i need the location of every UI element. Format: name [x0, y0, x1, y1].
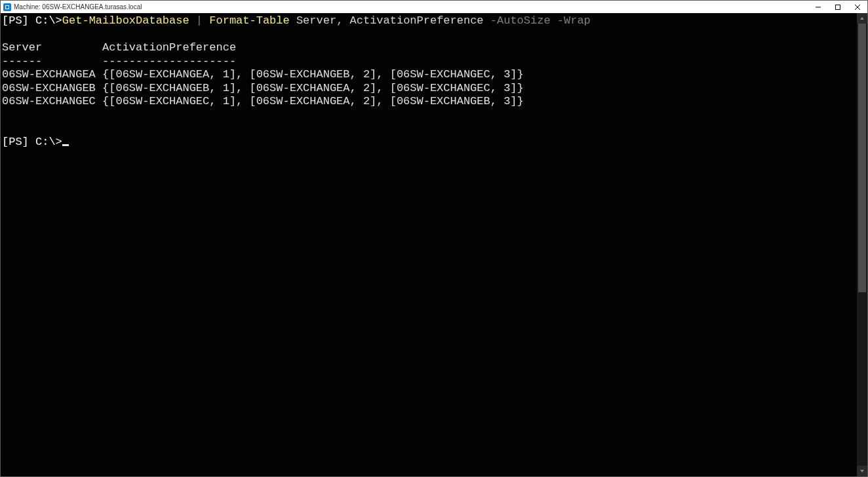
row-actpref: {[06SW-EXCHANGEA, 1], [06SW-EXCHANGEB, 2… [102, 68, 524, 81]
param-sep: , [336, 14, 349, 27]
param-server: Server [296, 14, 336, 27]
blank-line [2, 28, 857, 42]
header-actpref: ActivationPreference [102, 41, 236, 54]
titlebar[interactable]: Machine: 06SW-EXCHANGEA.turasas.local [1, 1, 867, 13]
output-row: 06SW-EXCHANGEB {[06SW-EXCHANGEB, 1], [06… [2, 82, 857, 96]
terminal[interactable]: [PS] C:\>Get-MailboxDatabase | Format-Ta… [1, 13, 857, 476]
space-before-sw [484, 14, 490, 27]
vertical-scrollbar[interactable] [857, 13, 867, 476]
app-window: Machine: 06SW-EXCHANGEA.turasas.local [P… [0, 0, 868, 477]
switch-wrap: -Wrap [557, 14, 591, 27]
row-server: 06SW-EXCHANGEC [2, 95, 96, 107]
row-actpref: {[06SW-EXCHANGEB, 1], [06SW-EXCHANGEA, 2… [102, 82, 524, 94]
app-icon [3, 3, 11, 11]
underline-server: ------ [2, 55, 42, 67]
header-gap [42, 41, 102, 54]
cursor [62, 144, 69, 146]
prompt-path: C:\> [35, 14, 62, 27]
output-underline: ------ -------------------- [2, 55, 857, 69]
svg-rect-1 [6, 6, 9, 9]
scroll-thumb[interactable] [858, 24, 866, 292]
maximize-button[interactable] [828, 1, 848, 13]
scroll-up-button[interactable] [857, 13, 867, 24]
prompt-space [29, 14, 35, 27]
output-row: 06SW-EXCHANGEA {[06SW-EXCHANGEA, 1], [06… [2, 68, 857, 82]
row-server: 06SW-EXCHANGEB [2, 82, 96, 94]
svg-marker-7 [860, 470, 864, 472]
pipe: | [189, 14, 210, 27]
space-mid-sw [551, 14, 557, 27]
minimize-button[interactable] [808, 1, 828, 13]
space-after-ft [290, 14, 296, 27]
cmdlet-get-mailboxdatabase: Get-MailboxDatabase [62, 14, 189, 27]
underline-actpref: -------------------- [102, 55, 236, 67]
scroll-down-button[interactable] [857, 466, 867, 476]
row-actpref: {[06SW-EXCHANGEC, 1], [06SW-EXCHANGEA, 2… [102, 95, 524, 107]
output-header: Server ActivationPreference [2, 41, 857, 55]
param-actpref: ActivationPreference [350, 14, 484, 27]
switch-autosize: -AutoSize [490, 14, 551, 27]
client-area: [PS] C:\>Get-MailboxDatabase | Format-Ta… [1, 13, 867, 476]
prompt-space [29, 136, 35, 148]
prompt-ps: [PS] [2, 136, 29, 148]
prompt-path: C:\> [35, 136, 62, 148]
output-row: 06SW-EXCHANGEC {[06SW-EXCHANGEC, 1], [06… [2, 95, 857, 109]
svg-rect-3 [836, 5, 840, 9]
window-title: Machine: 06SW-EXCHANGEA.turasas.local [14, 3, 142, 10]
underline-gap [42, 55, 102, 67]
blank-line [2, 109, 857, 123]
prompt-ps: [PS] [2, 14, 29, 27]
blank-line [2, 122, 857, 136]
row-gap [96, 95, 102, 107]
command-line: [PS] C:\>Get-MailboxDatabase | Format-Ta… [2, 14, 857, 28]
svg-marker-6 [860, 17, 864, 20]
ready-prompt-line: [PS] C:\> [2, 136, 857, 149]
row-server: 06SW-EXCHANGEA [2, 68, 96, 81]
close-button[interactable] [848, 1, 867, 13]
row-gap [96, 68, 102, 81]
header-server: Server [2, 41, 42, 54]
row-gap [96, 82, 102, 94]
cmdlet-format-table: Format-Table [209, 14, 289, 27]
